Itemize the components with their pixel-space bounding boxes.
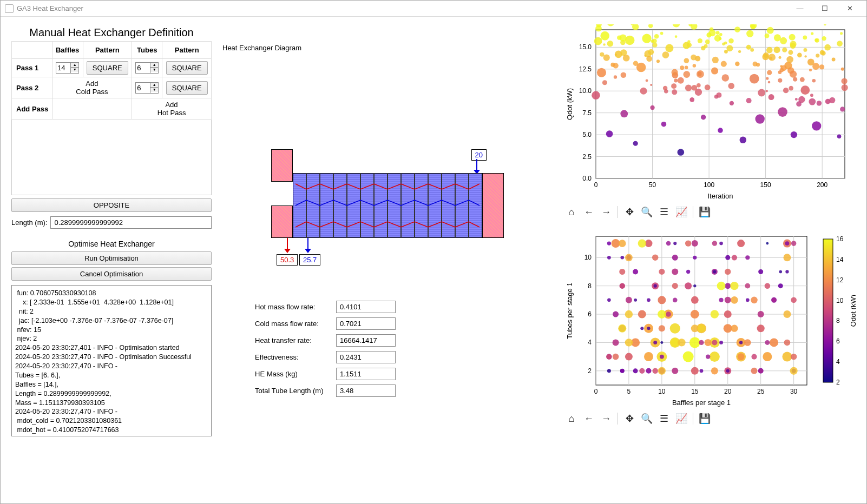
svg-point-380 — [659, 325, 665, 331]
zoom-icon[interactable]: 🔍 — [640, 205, 654, 219]
svg-point-426 — [765, 283, 771, 289]
svg-point-156 — [692, 85, 698, 91]
forward-icon[interactable]: → — [599, 412, 613, 426]
pass1-pattern2-button[interactable]: SQUARE — [166, 61, 208, 75]
home-icon[interactable]: ⌂ — [564, 412, 579, 426]
svg-point-414 — [732, 255, 737, 260]
axes-icon[interactable]: 📈 — [674, 205, 688, 219]
add-cold-pass-button[interactable]: Add Cold Pass — [52, 77, 132, 98]
diagram-title: Heat Exchanger Diagram — [222, 44, 553, 52]
svg-text:25: 25 — [757, 388, 765, 395]
save-icon[interactable]: 💾 — [698, 205, 712, 219]
svg-point-388 — [673, 242, 676, 245]
pass1-baffles-input[interactable] — [56, 62, 71, 74]
svg-point-381 — [658, 310, 666, 319]
svg-point-233 — [662, 51, 669, 58]
svg-point-340 — [778, 283, 783, 288]
svg-point-370 — [638, 239, 646, 247]
svg-point-391 — [685, 240, 691, 246]
svg-point-216 — [790, 41, 797, 48]
effectiveness-value[interactable] — [336, 351, 396, 363]
spin-down-icon[interactable]: ▼ — [71, 68, 78, 72]
svg-point-413 — [730, 282, 738, 290]
config-icon[interactable]: ☰ — [657, 205, 671, 219]
pass1-pattern1-button[interactable]: SQUARE — [87, 61, 128, 75]
axes-icon[interactable]: 📈 — [674, 412, 688, 426]
svg-point-382 — [659, 269, 665, 275]
svg-text:14: 14 — [836, 256, 844, 263]
titlebar: GA3 Heat Exchanger — ☐ ✕ — [1, 1, 866, 17]
svg-point-76 — [740, 137, 747, 144]
pan-icon[interactable]: ✥ — [622, 205, 636, 219]
svg-point-431 — [783, 310, 791, 318]
svg-point-402 — [711, 310, 719, 318]
svg-point-404 — [712, 241, 718, 246]
svg-point-185 — [619, 34, 626, 41]
save-icon[interactable]: 💾 — [698, 412, 712, 426]
heat-rate-value[interactable] — [336, 334, 396, 347]
svg-text:4: 4 — [836, 358, 840, 366]
spin-up-icon[interactable]: ▲ — [150, 63, 158, 68]
svg-point-254 — [613, 63, 619, 68]
pass2-pattern2-button[interactable]: SQUARE — [166, 81, 208, 95]
svg-point-329 — [724, 310, 732, 318]
arrow-down-icon — [303, 238, 313, 253]
svg-point-362 — [620, 256, 624, 260]
row-pass2: Pass 2 — [12, 77, 52, 98]
maximize-button[interactable]: ☐ — [812, 1, 837, 16]
svg-text:Tubes per stage 1: Tubes per stage 1 — [566, 282, 574, 339]
svg-point-95 — [650, 84, 652, 86]
back-icon[interactable]: ← — [582, 412, 596, 426]
spin-down-icon[interactable]: ▼ — [150, 68, 158, 72]
back-icon[interactable]: ← — [582, 205, 596, 219]
app-window: GA3 Heat Exchanger — ☐ ✕ Manual Heat Exc… — [0, 0, 867, 504]
tube-len-value[interactable] — [336, 384, 396, 397]
svg-point-400 — [711, 367, 718, 374]
svg-point-258 — [728, 83, 734, 89]
svg-point-344 — [758, 269, 763, 274]
length-input[interactable] — [50, 216, 212, 229]
svg-point-245 — [778, 70, 782, 74]
svg-point-242 — [774, 34, 781, 41]
svg-text:2.5: 2.5 — [582, 153, 592, 161]
spin-down-icon[interactable]: ▼ — [150, 88, 158, 92]
close-button[interactable]: ✕ — [837, 1, 862, 16]
spin-up-icon[interactable]: ▲ — [71, 63, 78, 68]
svg-point-401 — [712, 340, 717, 345]
svg-point-246 — [687, 40, 690, 43]
mass-value[interactable] — [336, 368, 396, 380]
svg-point-399 — [705, 339, 712, 346]
hot-mflow-value[interactable] — [336, 301, 396, 313]
zoom-icon[interactable]: 🔍 — [640, 412, 654, 426]
pass1-tubes-input[interactable] — [135, 62, 150, 74]
svg-point-181 — [793, 77, 797, 82]
arrow-down-icon — [282, 238, 293, 253]
svg-text:6: 6 — [588, 310, 592, 318]
svg-point-411 — [731, 325, 738, 332]
spin-up-icon[interactable]: ▲ — [150, 83, 158, 88]
svg-point-77 — [746, 45, 751, 50]
svg-point-49 — [594, 37, 602, 45]
config-icon[interactable]: ☰ — [657, 412, 671, 426]
opposite-button[interactable]: OPPOSITE — [11, 198, 212, 212]
svg-point-251 — [821, 51, 825, 55]
cold-mflow-value[interactable] — [336, 317, 396, 330]
svg-point-371 — [647, 327, 650, 330]
add-hot-pass-button[interactable]: Add Hot Pass — [132, 98, 212, 120]
svg-point-132 — [788, 50, 793, 55]
svg-point-228 — [811, 32, 813, 35]
svg-marker-18 — [284, 249, 291, 253]
pass2-tubes-input[interactable] — [135, 82, 150, 94]
forward-icon[interactable]: → — [599, 205, 613, 219]
home-icon[interactable]: ⌂ — [564, 205, 579, 219]
svg-point-147 — [640, 88, 647, 95]
pan-icon[interactable]: ✥ — [622, 412, 636, 426]
cancel-optimisation-button[interactable]: Cancel Optimisation — [11, 267, 212, 281]
minimize-button[interactable]: — — [787, 1, 812, 16]
optimisation-log[interactable]: fun: 0.7060750330930108 x: [ 2.333e-01 1… — [11, 285, 212, 436]
svg-text:16: 16 — [836, 235, 844, 243]
svg-point-331 — [626, 297, 632, 303]
svg-point-360 — [620, 283, 625, 288]
svg-point-410 — [725, 269, 731, 275]
run-optimisation-button[interactable]: Run Optimisation — [11, 251, 212, 265]
